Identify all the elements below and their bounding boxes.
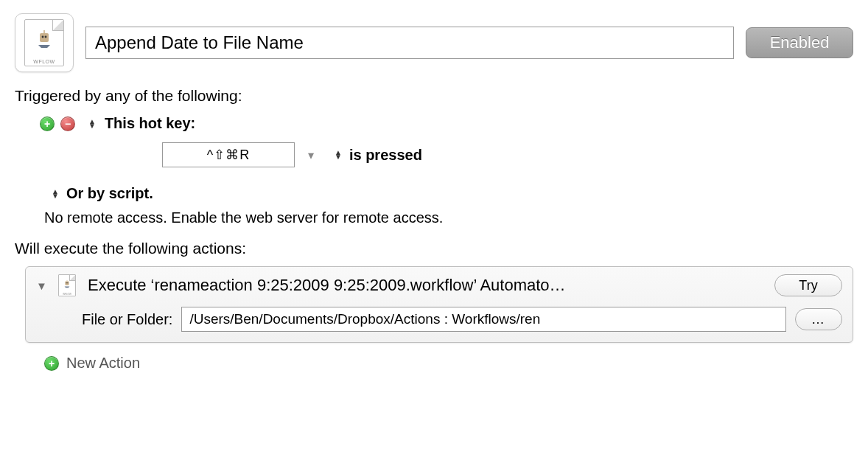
hotkey-trigger-label: This hot key: (105, 115, 195, 132)
action-title: Execute ‘renameaction 9:25:2009 9:25:200… (88, 276, 763, 295)
remote-access-text: No remote access. Enable the web server … (44, 209, 853, 226)
action-header: ▼ WFLOW Execute ‘renameaction 9:25:2009 … (36, 274, 842, 296)
script-trigger-label: Or by script. (66, 185, 153, 202)
stepper-down-icon: ▼ (335, 155, 342, 159)
hotkey-pressed-label: is pressed (349, 147, 422, 164)
new-action-label: New Action (66, 355, 140, 372)
file-path-input[interactable] (181, 307, 786, 332)
stepper-down-icon: ▼ (88, 124, 96, 128)
stepper-down-icon: ▼ (52, 194, 59, 198)
triggers-section-label: Triggered by any of the following: (15, 87, 853, 105)
plus-icon: + (44, 356, 59, 371)
trigger-row-hotkey: + − ▲ ▼ This hot key: (40, 115, 853, 132)
action-icon: WFLOW (58, 274, 76, 296)
file-or-folder-row: File or Folder: … (82, 307, 842, 332)
hotkey-config-row: ^⇧⌘R ▾ ▲ ▼ is pressed (162, 142, 853, 167)
remove-trigger-button[interactable]: − (60, 116, 75, 131)
try-action-button[interactable]: Try (774, 274, 842, 296)
header-row: WFLOW Enabled (15, 13, 853, 72)
macro-icon: WFLOW (15, 13, 74, 72)
icon-caption: WFLOW (25, 59, 63, 64)
robot-workflow-icon (63, 279, 71, 288)
action-item: ▼ WFLOW Execute ‘renameaction 9:25:2009 … (25, 266, 853, 343)
hotkey-mode-stepper[interactable]: ▲ ▼ (335, 150, 342, 159)
hotkey-options-dropdown[interactable]: ▾ (308, 148, 314, 162)
macro-title-input[interactable] (85, 27, 734, 59)
script-trigger-stepper[interactable]: ▲ ▼ (52, 189, 59, 198)
add-trigger-button[interactable]: + (40, 116, 55, 131)
new-action-button[interactable]: + New Action (44, 355, 853, 372)
browse-button[interactable]: … (795, 308, 842, 330)
file-or-folder-label: File or Folder: (82, 311, 172, 328)
actions-section-label: Will execute the following actions: (15, 240, 853, 257)
hotkey-field[interactable]: ^⇧⌘R (162, 142, 295, 167)
trigger-type-stepper[interactable]: ▲ ▼ (88, 119, 96, 128)
robot-workflow-icon (34, 29, 55, 49)
trigger-row-script: ▲ ▼ Or by script. (44, 185, 853, 202)
enabled-toggle-button[interactable]: Enabled (746, 27, 853, 58)
action-disclosure-toggle[interactable]: ▼ (36, 279, 46, 292)
